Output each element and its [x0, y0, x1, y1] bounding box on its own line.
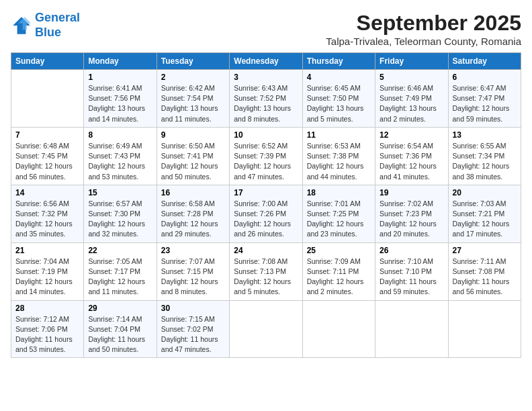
calendar-week-row: 7Sunrise: 6:48 AM Sunset: 7:45 PM Daylig… — [11, 127, 521, 185]
day-number: 16 — [161, 188, 225, 197]
calendar-day-cell — [448, 300, 521, 358]
day-info: Sunrise: 6:58 AM Sunset: 7:28 PM Dayligh… — [161, 199, 225, 240]
day-number: 30 — [161, 304, 225, 313]
day-info: Sunrise: 7:08 AM Sunset: 7:13 PM Dayligh… — [234, 257, 298, 298]
calendar-day-cell: 10Sunrise: 6:52 AM Sunset: 7:39 PM Dayli… — [230, 127, 302, 185]
svg-marker-0 — [13, 17, 30, 34]
calendar-day-cell: 30Sunrise: 7:15 AM Sunset: 7:02 PM Dayli… — [157, 300, 229, 358]
day-number: 26 — [380, 246, 443, 255]
calendar-week-row: 21Sunrise: 7:04 AM Sunset: 7:19 PM Dayli… — [11, 242, 521, 300]
calendar-day-cell: 16Sunrise: 6:58 AM Sunset: 7:28 PM Dayli… — [157, 185, 229, 242]
calendar-week-row: 1Sunrise: 6:41 AM Sunset: 7:56 PM Daylig… — [11, 70, 521, 128]
day-info: Sunrise: 6:50 AM Sunset: 7:41 PM Dayligh… — [161, 141, 225, 182]
calendar-day-cell: 8Sunrise: 6:49 AM Sunset: 7:43 PM Daylig… — [84, 127, 157, 185]
day-info: Sunrise: 6:55 AM Sunset: 7:34 PM Dayligh… — [453, 141, 517, 182]
calendar-day-cell: 22Sunrise: 7:05 AM Sunset: 7:17 PM Dayli… — [84, 242, 157, 300]
calendar-day-cell: 11Sunrise: 6:53 AM Sunset: 7:38 PM Dayli… — [302, 127, 375, 185]
day-number: 2 — [161, 73, 225, 82]
logo: General Blue — [11, 11, 80, 40]
day-info: Sunrise: 6:48 AM Sunset: 7:45 PM Dayligh… — [15, 141, 79, 182]
day-number: 3 — [234, 73, 298, 82]
logo-line1: General — [35, 11, 80, 24]
weekday-header-cell: Tuesday — [157, 53, 229, 70]
day-number: 17 — [234, 188, 298, 197]
weekday-header-cell: Wednesday — [230, 53, 302, 70]
calendar-week-row: 14Sunrise: 6:56 AM Sunset: 7:32 PM Dayli… — [11, 185, 521, 242]
calendar-day-cell: 7Sunrise: 6:48 AM Sunset: 7:45 PM Daylig… — [11, 127, 84, 185]
weekday-header-cell: Saturday — [448, 53, 521, 70]
day-number: 21 — [15, 246, 79, 255]
day-info: Sunrise: 7:07 AM Sunset: 7:15 PM Dayligh… — [161, 257, 225, 298]
day-info: Sunrise: 6:57 AM Sunset: 7:30 PM Dayligh… — [88, 199, 152, 240]
weekday-header-cell: Sunday — [11, 53, 84, 70]
weekday-header-cell: Friday — [375, 53, 448, 70]
calendar-day-cell — [375, 300, 448, 358]
logo-icon — [11, 15, 32, 36]
month-title: September 2025 — [326, 11, 521, 36]
calendar-day-cell: 3Sunrise: 6:43 AM Sunset: 7:52 PM Daylig… — [230, 70, 302, 128]
logo-line2: Blue — [35, 26, 80, 40]
day-number: 9 — [161, 130, 225, 140]
calendar-day-cell: 20Sunrise: 7:03 AM Sunset: 7:21 PM Dayli… — [448, 185, 521, 242]
day-number: 20 — [453, 188, 517, 197]
calendar-day-cell — [230, 300, 302, 358]
weekday-header-cell: Thursday — [302, 53, 375, 70]
day-info: Sunrise: 7:00 AM Sunset: 7:26 PM Dayligh… — [234, 199, 298, 240]
calendar-body: 1Sunrise: 6:41 AM Sunset: 7:56 PM Daylig… — [11, 70, 521, 358]
day-info: Sunrise: 6:54 AM Sunset: 7:36 PM Dayligh… — [380, 141, 443, 182]
day-info: Sunrise: 6:46 AM Sunset: 7:49 PM Dayligh… — [380, 83, 443, 124]
day-info: Sunrise: 7:14 AM Sunset: 7:04 PM Dayligh… — [88, 314, 152, 355]
day-number: 5 — [380, 73, 443, 82]
day-info: Sunrise: 6:47 AM Sunset: 7:47 PM Dayligh… — [453, 83, 517, 124]
calendar-day-cell: 19Sunrise: 7:02 AM Sunset: 7:23 PM Dayli… — [375, 185, 448, 242]
day-info: Sunrise: 7:05 AM Sunset: 7:17 PM Dayligh… — [88, 257, 152, 298]
calendar-day-cell: 4Sunrise: 6:45 AM Sunset: 7:50 PM Daylig… — [302, 70, 375, 128]
day-info: Sunrise: 7:10 AM Sunset: 7:10 PM Dayligh… — [380, 257, 443, 298]
location-title: Talpa-Trivalea, Teleorman County, Romani… — [326, 36, 521, 47]
day-info: Sunrise: 7:02 AM Sunset: 7:23 PM Dayligh… — [380, 199, 443, 240]
day-info: Sunrise: 7:12 AM Sunset: 7:06 PM Dayligh… — [15, 314, 79, 355]
day-number: 18 — [307, 188, 371, 197]
day-number: 19 — [380, 188, 443, 197]
day-number: 1 — [88, 73, 152, 82]
day-number: 6 — [453, 73, 517, 82]
day-info: Sunrise: 6:43 AM Sunset: 7:52 PM Dayligh… — [234, 83, 298, 124]
day-number: 13 — [453, 130, 517, 140]
page-header: General Blue September 2025 Talpa-Trival… — [11, 11, 521, 47]
title-block: September 2025 Talpa-Trivalea, Teleorman… — [326, 11, 521, 47]
calendar-day-cell: 9Sunrise: 6:50 AM Sunset: 7:41 PM Daylig… — [157, 127, 229, 185]
calendar-day-cell: 14Sunrise: 6:56 AM Sunset: 7:32 PM Dayli… — [11, 185, 84, 242]
calendar-day-cell: 25Sunrise: 7:09 AM Sunset: 7:11 PM Dayli… — [302, 242, 375, 300]
calendar-week-row: 28Sunrise: 7:12 AM Sunset: 7:06 PM Dayli… — [11, 300, 521, 358]
day-info: Sunrise: 6:49 AM Sunset: 7:43 PM Dayligh… — [88, 141, 152, 182]
day-info: Sunrise: 6:45 AM Sunset: 7:50 PM Dayligh… — [307, 83, 371, 124]
calendar-day-cell: 26Sunrise: 7:10 AM Sunset: 7:10 PM Dayli… — [375, 242, 448, 300]
day-info: Sunrise: 6:56 AM Sunset: 7:32 PM Dayligh… — [15, 199, 79, 240]
day-info: Sunrise: 7:15 AM Sunset: 7:02 PM Dayligh… — [161, 314, 225, 355]
calendar-day-cell: 1Sunrise: 6:41 AM Sunset: 7:56 PM Daylig… — [84, 70, 157, 128]
day-info: Sunrise: 7:01 AM Sunset: 7:25 PM Dayligh… — [307, 199, 371, 240]
day-info: Sunrise: 7:04 AM Sunset: 7:19 PM Dayligh… — [15, 257, 79, 298]
day-info: Sunrise: 6:53 AM Sunset: 7:38 PM Dayligh… — [307, 141, 371, 182]
weekday-header-cell: Monday — [84, 53, 157, 70]
logo-text: General Blue — [35, 11, 80, 40]
day-number: 27 — [453, 246, 517, 255]
calendar-table: SundayMondayTuesdayWednesdayThursdayFrid… — [11, 52, 521, 358]
day-number: 11 — [307, 130, 371, 140]
calendar-day-cell — [11, 70, 84, 128]
day-number: 12 — [380, 130, 443, 140]
calendar-day-cell: 21Sunrise: 7:04 AM Sunset: 7:19 PM Dayli… — [11, 242, 84, 300]
calendar-day-cell — [302, 300, 375, 358]
day-number: 23 — [161, 246, 225, 255]
day-info: Sunrise: 7:03 AM Sunset: 7:21 PM Dayligh… — [453, 199, 517, 240]
day-number: 22 — [88, 246, 152, 255]
day-number: 15 — [88, 188, 152, 197]
calendar-day-cell: 2Sunrise: 6:42 AM Sunset: 7:54 PM Daylig… — [157, 70, 229, 128]
calendar-day-cell: 28Sunrise: 7:12 AM Sunset: 7:06 PM Dayli… — [11, 300, 84, 358]
day-number: 7 — [15, 130, 79, 140]
calendar-day-cell: 6Sunrise: 6:47 AM Sunset: 7:47 PM Daylig… — [448, 70, 521, 128]
calendar-day-cell: 5Sunrise: 6:46 AM Sunset: 7:49 PM Daylig… — [375, 70, 448, 128]
weekday-header-row: SundayMondayTuesdayWednesdayThursdayFrid… — [11, 53, 521, 70]
day-number: 25 — [307, 246, 371, 255]
calendar-day-cell: 13Sunrise: 6:55 AM Sunset: 7:34 PM Dayli… — [448, 127, 521, 185]
